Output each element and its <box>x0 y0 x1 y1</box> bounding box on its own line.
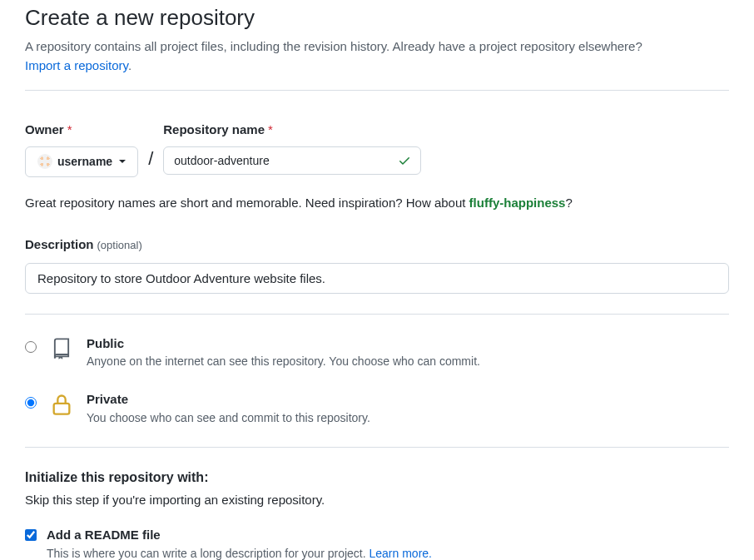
owner-value: username <box>57 153 112 171</box>
visibility-private-option[interactable]: Private You choose who can see and commi… <box>25 390 729 427</box>
lock-icon <box>50 392 73 417</box>
private-radio[interactable] <box>25 397 37 409</box>
visibility-public-option[interactable]: Public Anyone on the internet can see th… <box>25 335 729 371</box>
readme-title: Add a README file <box>47 526 432 545</box>
private-description: You choose who can see and commit to thi… <box>87 409 370 427</box>
description-label: Description (optional) <box>25 235 729 255</box>
readme-learn-more-link[interactable]: Learn more. <box>370 547 432 560</box>
import-repo-link[interactable]: Import a repository <box>25 58 128 72</box>
owner-label: Owner* <box>25 121 138 140</box>
owner-dropdown[interactable]: username <box>25 146 138 177</box>
repo-icon <box>50 336 73 361</box>
visibility-divider-bottom <box>25 447 729 448</box>
page-subtitle: A repository contains all project files,… <box>25 37 729 75</box>
private-title: Private <box>87 390 370 409</box>
page-title: Create a new repository <box>25 2 729 34</box>
readme-option[interactable]: Add a README file This is where you can … <box>25 526 729 560</box>
repo-name-label: Repository name* <box>163 121 421 140</box>
description-input[interactable] <box>25 263 729 294</box>
init-heading: Initialize this repository with: <box>25 468 729 488</box>
name-suggestion-link[interactable]: fluffy-happiness <box>469 196 566 210</box>
check-icon <box>398 154 411 167</box>
public-radio[interactable] <box>25 341 37 353</box>
init-subheading: Skip this step if you're importing an ex… <box>25 491 729 510</box>
svg-rect-0 <box>54 404 70 414</box>
name-hint: Great repository names are short and mem… <box>25 194 729 213</box>
public-title: Public <box>87 335 480 354</box>
visibility-divider-top <box>25 314 729 315</box>
public-description: Anyone on the internet can see this repo… <box>87 353 480 370</box>
header-divider <box>25 90 729 91</box>
repo-name-input[interactable] <box>163 146 421 175</box>
readme-checkbox[interactable] <box>25 529 37 541</box>
avatar-icon <box>37 154 52 169</box>
slash-separator: / <box>146 140 155 177</box>
caret-down-icon <box>119 160 126 163</box>
readme-description: This is where you can write a long descr… <box>47 545 432 561</box>
